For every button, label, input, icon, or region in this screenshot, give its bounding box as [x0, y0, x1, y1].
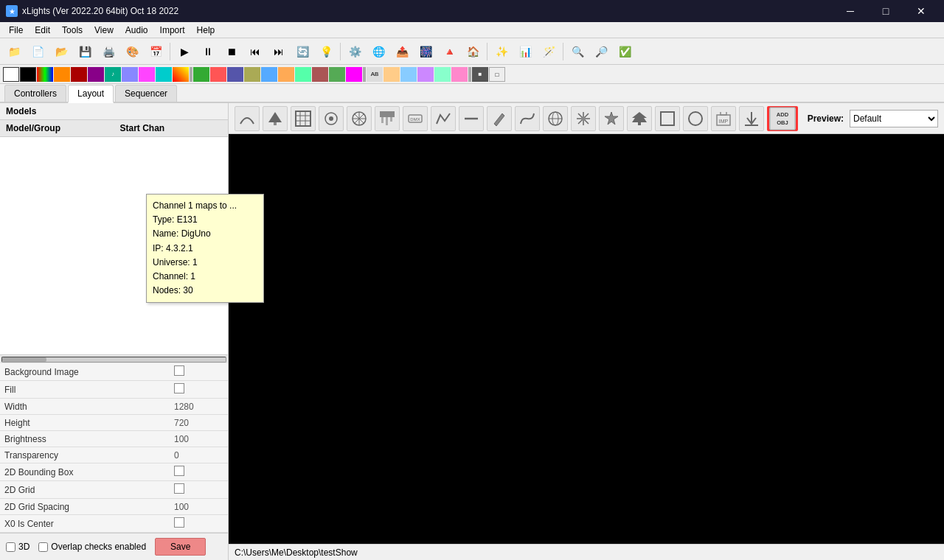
model-btn-poly[interactable]	[431, 106, 456, 131]
prop-value-bounding[interactable]	[170, 463, 228, 481]
model-btn-line[interactable]	[459, 106, 484, 131]
checkbox-3d[interactable]	[6, 542, 15, 552]
tb-search1[interactable]: 🔍	[566, 41, 589, 63]
tb-save[interactable]: 💾	[74, 41, 96, 63]
menu-help[interactable]: Help	[191, 22, 221, 38]
prop-value-fill[interactable]	[170, 381, 228, 399]
tb-network[interactable]: 🌐	[367, 41, 389, 63]
menu-import[interactable]: Import	[154, 22, 191, 38]
tab-layout[interactable]: Layout	[68, 85, 114, 103]
checkbox-overlap[interactable]	[38, 542, 48, 552]
tb-open-folder[interactable]: 📁	[3, 41, 25, 63]
model-btn-bezier[interactable]	[515, 106, 540, 131]
model-btn-globe[interactable]	[543, 106, 568, 131]
model-btn-tree[interactable]	[263, 106, 288, 131]
tab-sequencer[interactable]: Sequencer	[115, 85, 177, 102]
label-3d: 3D	[6, 542, 30, 552]
model-btn-arch[interactable]	[235, 106, 260, 131]
tb-export[interactable]: 📤	[391, 41, 413, 63]
checkbox-bgimage[interactable]	[174, 365, 184, 376]
tb-stop[interactable]: ⏹	[221, 41, 243, 63]
minimize-button[interactable]: ─	[833, 0, 867, 22]
model-btn-dmx[interactable]: DMX	[403, 106, 428, 131]
menu-tools[interactable]: Tools	[56, 22, 88, 38]
tb-fx[interactable]: 🎆	[414, 41, 437, 63]
menu-view[interactable]: View	[88, 22, 119, 38]
properties-table: Background Image Fill Width 1280 Height …	[0, 363, 228, 533]
tb-bulb[interactable]: 💡	[315, 41, 337, 63]
model-btn-sparkle[interactable]	[571, 106, 596, 131]
prop-label-bgimage: Background Image	[0, 363, 170, 381]
svg-rect-2	[296, 111, 310, 126]
checkbox-grid[interactable]	[174, 483, 184, 494]
model-btn-circle[interactable]	[683, 106, 708, 131]
model-btn-square[interactable]	[655, 106, 680, 131]
model-btn-tree2[interactable]	[627, 106, 652, 131]
model-btn-star[interactable]	[319, 106, 344, 131]
tb-search2[interactable]: 🔎	[590, 41, 612, 63]
prop-label-gridspacing: 2D Grid Spacing	[0, 499, 170, 515]
tb-render[interactable]: 🎨	[121, 41, 143, 63]
icon-purple	[88, 67, 104, 82]
tb-play[interactable]: ▶	[173, 41, 195, 63]
tooltip-line2: Type: E131	[153, 213, 257, 227]
model-btn-icicle[interactable]	[375, 106, 400, 131]
prop-value-x0center[interactable]	[170, 515, 228, 533]
tb-calendar[interactable]: 📅	[145, 41, 167, 63]
icon-navy	[227, 67, 243, 82]
scrollbar-track[interactable]	[1, 357, 226, 363]
tb-tri[interactable]: 🔺	[438, 41, 460, 63]
save-button[interactable]: Save	[155, 538, 206, 556]
model-btn-pencil[interactable]	[487, 106, 512, 131]
model-btn-down[interactable]	[739, 106, 764, 131]
icon-mint	[295, 67, 311, 82]
prop-label-height: Height	[0, 415, 170, 431]
icon-red	[71, 67, 87, 82]
statusbar: C:\Users\Me\Desktop\testShow	[229, 544, 944, 560]
tb-pause[interactable]: ⏸	[197, 41, 219, 63]
toolbar: 📁 📄 📂 💾 🖨️ 🎨 📅 ▶ ⏸ ⏹ ⏮ ⏭ 🔄 💡 ⚙️ 🌐 📤 🎆 🔺 …	[0, 38, 944, 65]
tb-print[interactable]: 🖨️	[97, 41, 119, 63]
prop-row-x0center: X0 Is Center	[0, 515, 228, 533]
tb-bars[interactable]: 📊	[514, 41, 536, 63]
icon-cyan	[156, 67, 172, 82]
tb-house[interactable]: 🏠	[462, 41, 484, 63]
svg-text:IMP: IMP	[719, 119, 729, 124]
scrollbar-area[interactable]	[0, 354, 228, 363]
toolbar-sep-2	[340, 43, 341, 60]
model-btn-import[interactable]: IMP	[711, 106, 736, 131]
close-button[interactable]: ✕	[904, 0, 938, 22]
icon-magenta	[346, 67, 362, 82]
menu-edit[interactable]: Edit	[29, 22, 56, 38]
menu-file[interactable]: File	[3, 22, 29, 38]
tb-wand[interactable]: 🪄	[538, 41, 560, 63]
model-btn-matrix[interactable]	[291, 106, 316, 131]
tb-loop[interactable]: 🔄	[291, 41, 313, 63]
prop-value-grid[interactable]	[170, 481, 228, 499]
tb-new[interactable]: 📄	[27, 41, 49, 63]
label-3d-text: 3D	[18, 542, 30, 552]
menu-audio[interactable]: Audio	[119, 22, 154, 38]
scrollbar-thumb[interactable]	[2, 357, 46, 362]
tb-check[interactable]: ✅	[614, 41, 636, 63]
tb-open[interactable]: 📂	[50, 41, 72, 63]
model-btn-spinner[interactable]	[347, 106, 372, 131]
checkbox-bounding[interactable]	[174, 466, 184, 476]
model-btn-addobj[interactable]: ADD OBJ	[767, 106, 798, 131]
maximize-button[interactable]: □	[869, 0, 903, 22]
prop-label-width: Width	[0, 399, 170, 415]
tab-controllers[interactable]: Controllers	[4, 85, 66, 102]
prop-value-bgimage[interactable]	[170, 363, 228, 381]
tb-gear[interactable]: ⚙️	[344, 41, 366, 63]
tb-prev[interactable]: ⏮	[244, 41, 266, 63]
preview-select[interactable]: Default	[850, 110, 938, 127]
tooltip-line6: Channel: 1	[153, 270, 257, 284]
checkbox-fill[interactable]	[174, 383, 184, 393]
model-btn-star5[interactable]	[599, 106, 624, 131]
checkbox-x0center[interactable]	[174, 517, 184, 528]
titlebar-controls: ─ □ ✕	[833, 0, 938, 22]
tb-star-wheel[interactable]: ✨	[490, 41, 513, 63]
tb-next[interactable]: ⏭	[268, 41, 290, 63]
svg-point-29	[581, 116, 586, 121]
svg-rect-17	[390, 117, 392, 122]
